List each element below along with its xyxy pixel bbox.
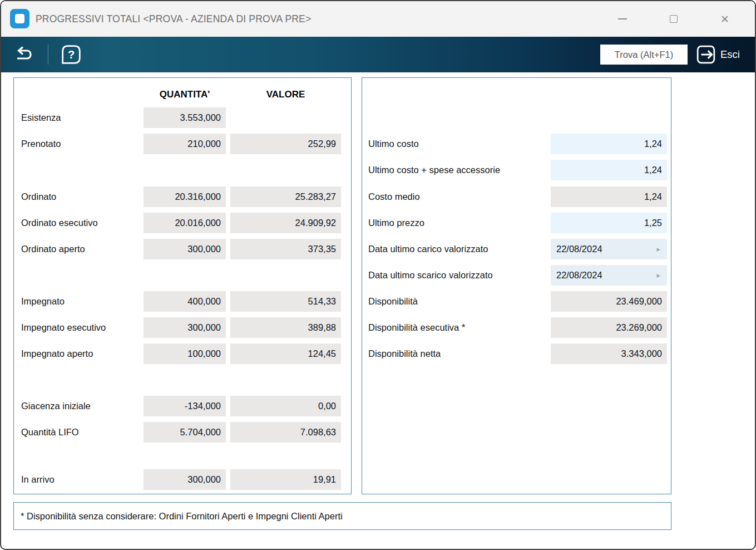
window-title: PROGRESSIVI TOTALI <PROVA - AZIENDA DI P… [36, 1, 311, 37]
exit-button[interactable]: Esci [696, 43, 740, 66]
field-impegnato-quantita: 400,000 [144, 291, 226, 312]
row-disponibilita: Disponibilità 23.469,000 [362, 291, 671, 312]
footnote-text: * Disponibilità senza considerare: Ordin… [14, 511, 343, 522]
field-in-arrivo-valore: 19,91 [230, 469, 341, 490]
field-ordinato-valore: 25.283,27 [230, 186, 341, 207]
row-label: Data ultimo scarico valorizzato [368, 265, 493, 286]
row-label: Ultimo costo [368, 134, 419, 154]
help-button[interactable]: ? [55, 37, 88, 72]
field-data-ultimo-scarico-valorizzato[interactable]: 22/08/2024 ▸ [551, 265, 667, 286]
field-quantita-lifo-valore: 7.098,63 [230, 422, 341, 443]
minimize-button[interactable] [597, 1, 648, 37]
field-prenotato-valore: 252,99 [230, 134, 341, 154]
date-picker-icon[interactable]: ▸ [656, 265, 660, 286]
toolbar: ? Trova (Alt+F1) Esci [1, 37, 755, 72]
row-ultimo-prezzo: Ultimo prezzo 1,25 [362, 213, 671, 233]
svg-text:?: ? [68, 48, 75, 61]
field-disponibilita: 23.469,000 [551, 291, 667, 312]
row-label: Ultimo costo + spese accessorie [368, 160, 500, 180]
close-icon: ✕ [720, 14, 729, 24]
totals-panel: QUANTITA' VALORE Esistenza 3.553,000 Pre… [13, 77, 352, 494]
close-button[interactable]: ✕ [699, 1, 750, 37]
costs-panel: Ultimo costo 1,24 Ultimo costo + spese a… [362, 77, 671, 494]
field-impegnato-esecutivo-quantita: 300,000 [144, 317, 226, 338]
row-label: Impegnato [21, 291, 65, 312]
row-label: Data ultimo carico valorizzato [368, 239, 488, 259]
field-ultimo-prezzo[interactable]: 1,25 [551, 213, 667, 233]
row-label: Ultimo prezzo [368, 213, 424, 233]
field-giacenza-iniziale-valore: 0,00 [230, 396, 341, 416]
row-impegnato-esecutivo: Impegnato esecutivo 300,000 389,88 [14, 317, 351, 338]
field-ordinato-esecutivo-quantita: 20.016,000 [144, 213, 226, 233]
row-label: Impegnato aperto [21, 343, 93, 364]
field-ordinato-esecutivo-valore: 24.909,92 [230, 213, 341, 233]
app-logo-icon [10, 9, 29, 28]
row-label: Ordinato esecutivo [21, 213, 98, 233]
field-impegnato-valore: 514,33 [230, 291, 341, 312]
row-ordinato-esecutivo: Ordinato esecutivo 20.016,000 24.909,92 [14, 213, 351, 233]
row-disponibilita-netta: Disponibilità netta 3.343,000 [362, 343, 671, 364]
field-in-arrivo-quantita: 300,000 [144, 469, 226, 490]
back-button[interactable] [7, 37, 40, 72]
row-label: Impegnato esecutivo [21, 317, 106, 338]
field-data-ultimo-carico-valorizzato[interactable]: 22/08/2024 ▸ [551, 239, 667, 259]
field-impegnato-esecutivo-valore: 389,88 [230, 317, 341, 338]
row-ordinato-aperto: Ordinato aperto 300,000 373,35 [14, 239, 351, 259]
exit-label: Esci [720, 48, 740, 61]
row-label: Giacenza iniziale [21, 396, 91, 416]
row-label: Quantità LIFO [21, 422, 79, 443]
row-costo-medio: Costo medio 1,24 [362, 186, 671, 207]
row-ultimo-costo: Ultimo costo 1,24 [362, 134, 671, 154]
window-controls: ✕ [597, 1, 750, 37]
row-quantita-lifo: Quantità LIFO 5.704,000 7.098,63 [14, 422, 351, 443]
page: PROGRESSIVI TOTALI <PROVA - AZIENDA DI P… [0, 0, 756, 550]
column-header-valore: VALORE [230, 87, 341, 102]
row-label: Prenotato [21, 134, 61, 154]
app-logo-inner-square [15, 14, 24, 23]
row-data-ultimo-carico: Data ultimo carico valorizzato 22/08/202… [362, 239, 671, 259]
field-costo-medio: 1,24 [551, 186, 667, 207]
field-ordinato-aperto-quantita: 300,000 [144, 239, 226, 259]
exit-icon [696, 45, 716, 65]
toolbar-separator [48, 45, 48, 65]
maximize-icon [670, 15, 678, 23]
row-label: Costo medio [368, 186, 420, 207]
minimize-icon [618, 18, 627, 19]
row-data-ultimo-scarico: Data ultimo scarico valorizzato 22/08/20… [362, 265, 671, 286]
row-giacenza-iniziale: Giacenza iniziale -134,000 0,00 [14, 396, 351, 416]
field-ultimo-costo-spese-accessorie[interactable]: 1,24 [551, 160, 667, 180]
column-header-quantita: QUANTITA' [144, 87, 226, 102]
row-label: In arrivo [21, 469, 55, 490]
row-label: Disponibilità netta [368, 343, 441, 364]
field-esistenza-quantita: 3.553,000 [144, 107, 226, 128]
row-prenotato: Prenotato 210,000 252,99 [14, 134, 351, 154]
field-ordinato-aperto-valore: 373,35 [230, 239, 341, 259]
row-impegnato-aperto: Impegnato aperto 100,000 124,45 [14, 343, 351, 364]
row-disponibilita-esecutiva: Disponibilità esecutiva * 23.269,000 [362, 317, 671, 338]
date-value: 22/08/2024 [556, 244, 602, 254]
row-label: Esistenza [21, 107, 61, 128]
maximize-button[interactable] [648, 1, 699, 37]
field-ordinato-quantita: 20.316,000 [144, 186, 226, 207]
field-prenotato-quantita: 210,000 [144, 134, 226, 154]
field-disponibilita-netta: 3.343,000 [551, 343, 667, 364]
row-label: Ordinato aperto [21, 239, 85, 259]
field-quantita-lifo-quantita: 5.704,000 [144, 422, 226, 443]
title-bar: PROGRESSIVI TOTALI <PROVA - AZIENDA DI P… [1, 1, 755, 37]
field-impegnato-aperto-quantita: 100,000 [144, 343, 226, 364]
row-impegnato: Impegnato 400,000 514,33 [14, 291, 351, 312]
find-button[interactable]: Trova (Alt+F1) [600, 45, 688, 65]
help-icon: ? [61, 44, 82, 65]
field-ultimo-costo[interactable]: 1,24 [551, 134, 667, 154]
field-disponibilita-esecutiva: 23.269,000 [551, 317, 667, 338]
app-window: PROGRESSIVI TOTALI <PROVA - AZIENDA DI P… [0, 0, 756, 550]
row-label: Ordinato [21, 186, 56, 207]
row-ordinato: Ordinato 20.316,000 25.283,27 [14, 186, 351, 207]
field-giacenza-iniziale-quantita: -134,000 [144, 396, 226, 416]
row-label: Disponibilità [368, 291, 418, 312]
date-picker-icon[interactable]: ▸ [656, 239, 660, 259]
field-impegnato-aperto-valore: 124,45 [230, 343, 341, 364]
row-label: Disponibilità esecutiva * [368, 317, 465, 338]
date-value: 22/08/2024 [556, 270, 602, 280]
row-ultimo-costo-spese: Ultimo costo + spese accessorie 1,24 [362, 160, 671, 180]
